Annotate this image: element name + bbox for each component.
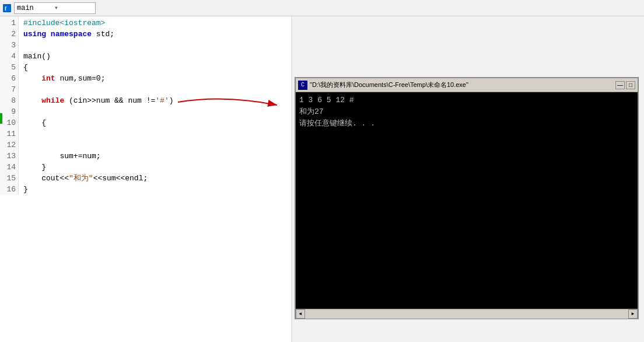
code-editor[interactable]: #include<iostream> using namespace std; … bbox=[19, 16, 174, 195]
terminal-scrollbar[interactable]: ◄ ► bbox=[296, 309, 638, 318]
terminal-icon: C bbox=[298, 81, 307, 90]
function-dropdown[interactable]: main ▼ bbox=[14, 2, 96, 14]
toolbar: f main ▼ bbox=[0, 0, 644, 16]
active-line-indicator bbox=[0, 113, 2, 124]
code-area: 1 2 3 4 5 6 7 8 9 10 11 12 13 14 15 16 #… bbox=[0, 16, 291, 195]
terminal-line-2: 和为27 bbox=[299, 106, 634, 118]
maximize-button[interactable]: □ bbox=[626, 81, 635, 89]
terminal-body: 1 3 6 5 12 # 和为27 请按任意键继续. . . bbox=[296, 92, 638, 309]
terminal-title: "D:\我的资料库\Documents\C-Free\Temp\未命名10.ex… bbox=[310, 81, 614, 89]
dropdown-value: main bbox=[17, 4, 55, 12]
scroll-right-button[interactable]: ► bbox=[628, 309, 638, 319]
line-numbers: 1 2 3 4 5 6 7 8 9 10 11 12 13 14 15 16 bbox=[0, 16, 19, 195]
terminal-titlebar: C "D:\我的资料库\Documents\C-Free\Temp\未命名10.… bbox=[296, 78, 638, 92]
terminal-line-3: 请按任意键继续. . . bbox=[299, 118, 634, 130]
editor-panel[interactable]: 1 2 3 4 5 6 7 8 9 10 11 12 13 14 15 16 #… bbox=[0, 16, 292, 342]
scroll-left-button[interactable]: ◄ bbox=[296, 309, 305, 319]
toolbar-icon: f bbox=[2, 4, 12, 13]
scrollbar-track[interactable] bbox=[305, 309, 628, 319]
terminal-window: C "D:\我的资料库\Documents\C-Free\Temp\未命名10.… bbox=[295, 77, 639, 319]
dropdown-arrow-icon: ▼ bbox=[55, 5, 93, 11]
minimize-button[interactable]: — bbox=[615, 81, 625, 89]
terminal-line-1: 1 3 6 5 12 # bbox=[299, 95, 634, 106]
